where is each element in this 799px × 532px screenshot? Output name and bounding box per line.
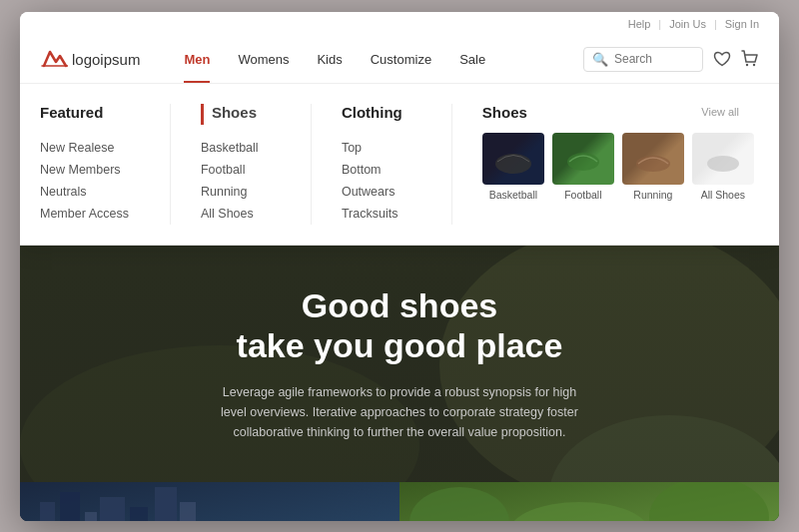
shoe-thumb-basketball[interactable]: Basketball: [482, 133, 544, 201]
view-all-link[interactable]: View all: [701, 106, 739, 118]
wishlist-icon[interactable]: [713, 51, 731, 67]
nav-kids[interactable]: Kids: [303, 44, 356, 75]
bottom-images: [20, 482, 779, 520]
top-bar: Help | Join Us | Sign In: [40, 12, 759, 36]
join-link[interactable]: Join Us: [669, 18, 706, 30]
nav-customize[interactable]: Customize: [357, 44, 445, 75]
divider-1: [170, 104, 171, 225]
nav-men[interactable]: Men: [170, 44, 224, 75]
nav-womens[interactable]: Womens: [224, 44, 303, 75]
logo-icon: [40, 48, 68, 70]
svg-point-0: [746, 64, 748, 66]
logo[interactable]: logoipsum: [40, 48, 140, 70]
svg-rect-9: [60, 492, 80, 520]
shoes-thumbnails: Basketball Football Running: [482, 133, 739, 201]
shoes-col-title: Shoes: [201, 104, 281, 125]
shoe-img-football: [552, 133, 614, 185]
help-link[interactable]: Help: [628, 18, 651, 30]
shoes-images-col: Shoes View all Basketball Football: [462, 104, 759, 225]
bottom-image-left: [20, 482, 400, 520]
nav-bar: logoipsum Men Womens Kids Customize Sale…: [40, 36, 759, 83]
svg-point-1: [753, 64, 755, 66]
clothing-item-1[interactable]: Bottom: [342, 159, 421, 181]
bottom-image-right: [400, 482, 779, 520]
svg-rect-10: [85, 512, 97, 520]
shoe-thumb-football[interactable]: Football: [552, 133, 614, 201]
featured-item-1[interactable]: New Members: [40, 159, 140, 181]
hero-subtitle: Leverage agile frameworks to provide a r…: [210, 382, 589, 442]
hero-content: Good shoes take you good place Leverage …: [20, 246, 779, 483]
svg-rect-12: [130, 507, 148, 520]
featured-item-0[interactable]: New Realese: [40, 137, 140, 159]
shoe-label-allshoes: All Shoes: [701, 189, 745, 201]
svg-rect-13: [155, 487, 177, 520]
featured-title: Featured: [40, 104, 140, 125]
nav-links: Men Womens Kids Customize Sale: [170, 44, 583, 75]
logo-text: logoipsum: [72, 51, 140, 68]
shoe-label-running: Running: [633, 189, 672, 201]
svg-rect-14: [180, 502, 196, 520]
clothing-item-0[interactable]: Top: [342, 137, 421, 159]
clothing-col: Clothing Top Bottom Outwears Tracksuits: [322, 104, 441, 225]
signin-link[interactable]: Sign In: [725, 18, 759, 30]
shoes-item-3[interactable]: All Shoes: [201, 203, 281, 225]
shoe-label-football: Football: [564, 189, 601, 201]
shoe-thumb-running[interactable]: Running: [622, 133, 684, 201]
shoe-img-basketball: [482, 133, 544, 185]
hero-title-line1: Good shoes: [302, 286, 497, 324]
search-input[interactable]: [614, 52, 694, 66]
divider-2: [311, 104, 312, 225]
shoes-images-header: Shoes View all: [482, 104, 739, 121]
hero-title: Good shoes take you good place: [40, 285, 759, 367]
sep1: |: [658, 18, 661, 30]
featured-item-3[interactable]: Member Access: [40, 203, 140, 225]
clothing-item-2[interactable]: Outwears: [342, 181, 421, 203]
hero-title-line2: take you good place: [237, 326, 563, 364]
svg-rect-8: [40, 502, 55, 520]
shoes-col: Shoes Basketball Football Running All Sh…: [181, 104, 301, 225]
cart-icon[interactable]: [741, 50, 759, 68]
browser-window: Help | Join Us | Sign In logoipsum Men W…: [20, 12, 779, 521]
featured-item-2[interactable]: Neutrals: [40, 181, 140, 203]
svg-rect-11: [100, 497, 125, 520]
search-icon: 🔍: [592, 52, 608, 67]
header: Help | Join Us | Sign In logoipsum Men W…: [20, 12, 779, 84]
shoes-item-0[interactable]: Basketball: [201, 137, 281, 159]
nav-right: 🔍: [583, 47, 759, 72]
shoe-img-running: [622, 133, 684, 185]
clothing-item-3[interactable]: Tracksuits: [342, 203, 421, 225]
shoes-item-2[interactable]: Running: [201, 181, 281, 203]
shoes-item-1[interactable]: Football: [201, 159, 281, 181]
shoe-label-basketball: Basketball: [489, 189, 537, 201]
clothing-title: Clothing: [342, 104, 421, 125]
search-box[interactable]: 🔍: [583, 47, 703, 72]
svg-point-2: [495, 154, 531, 174]
shoe-img-allshoes: [692, 133, 754, 185]
shoe-thumb-allshoes[interactable]: All Shoes: [692, 133, 754, 201]
nav-sale[interactable]: Sale: [445, 44, 499, 75]
sep2: |: [714, 18, 717, 30]
hero-section: Good shoes take you good place Leverage …: [20, 246, 779, 521]
shoes-images-title: Shoes: [482, 104, 527, 121]
featured-col: Featured New Realese New Members Neutral…: [40, 104, 160, 225]
svg-point-5: [707, 156, 739, 172]
divider-3: [451, 104, 452, 225]
dropdown-menu: Featured New Realese New Members Neutral…: [20, 84, 779, 246]
